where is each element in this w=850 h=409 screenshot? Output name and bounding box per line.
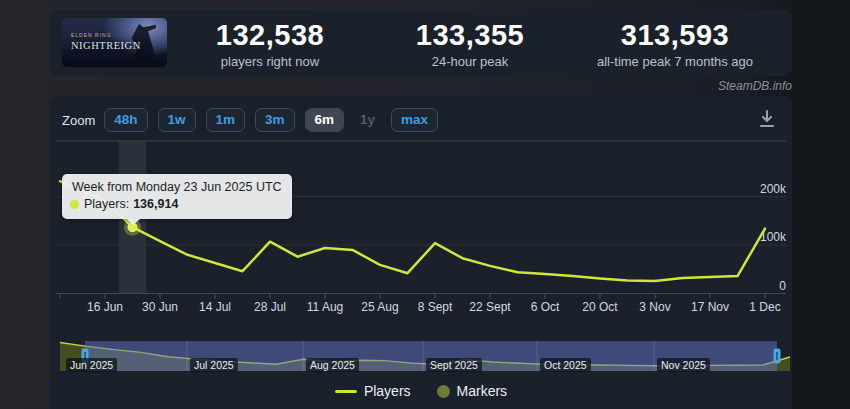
game-title-nightreign: NIGHTREIGN bbox=[71, 41, 141, 52]
x-axis-label: 20 Oct bbox=[582, 300, 618, 314]
legend-label: Markers bbox=[457, 383, 508, 399]
stats-panel: ELDEN RING NIGHTREIGN 132,538 players ri… bbox=[50, 10, 792, 76]
x-axis-label: 6 Oct bbox=[531, 300, 560, 314]
players-line-swatch-icon bbox=[335, 390, 357, 393]
navigator-month-label: Aug 2025 bbox=[306, 358, 359, 372]
tooltip-series-label: Players: bbox=[84, 196, 129, 213]
series-dot-icon bbox=[70, 200, 79, 209]
x-axis-label: 22 Sept bbox=[469, 300, 511, 314]
x-axis-label: 1 Dec bbox=[749, 300, 780, 314]
game-capsule-image[interactable]: ELDEN RING NIGHTREIGN bbox=[62, 18, 167, 67]
stat-label: players right now bbox=[160, 54, 380, 69]
markers-circle-swatch-icon bbox=[437, 385, 450, 398]
legend-label: Players bbox=[364, 383, 411, 399]
stat-24h-peak: 133,355 24-hour peak bbox=[360, 19, 580, 69]
stat-value: 313,593 bbox=[565, 19, 785, 52]
navigator-month-label: Oct 2025 bbox=[540, 358, 591, 372]
stat-current-players: 132,538 players right now bbox=[160, 19, 380, 69]
stat-label: 24-hour peak bbox=[360, 54, 580, 69]
x-axis-label: 25 Aug bbox=[361, 300, 398, 314]
navigator-month-label: Sept 2025 bbox=[426, 358, 482, 372]
chart-legend: PlayersMarkers bbox=[50, 383, 792, 399]
x-axis-label: 28 Jul bbox=[254, 300, 286, 314]
stat-value: 133,355 bbox=[360, 19, 580, 52]
stat-label: all-time peak 7 months ago bbox=[565, 54, 785, 69]
x-axis-label: 11 Aug bbox=[307, 300, 343, 314]
stat-alltime-peak: 313,593 all-time peak 7 months ago bbox=[565, 19, 785, 69]
tooltip-title: Week from Monday 23 Jun 2025 UTC bbox=[72, 179, 282, 196]
game-title-eldenring: ELDEN RING bbox=[71, 33, 141, 38]
chart-panel: Zoom 48h1w1m3m6m1ymax 200k100k016 Jun30 … bbox=[50, 96, 792, 409]
x-axis-label: 30 Jun bbox=[142, 300, 178, 314]
x-axis-label: 16 Jun bbox=[87, 300, 123, 314]
x-axis-label: 8 Sept bbox=[418, 300, 453, 314]
navigator-month-label: Nov 2025 bbox=[657, 358, 710, 372]
page: ELDEN RING NIGHTREIGN 132,538 players ri… bbox=[0, 0, 850, 409]
legend-item-players[interactable]: Players bbox=[335, 383, 411, 399]
navigator-month-label: Jun 2025 bbox=[66, 358, 117, 372]
x-axis-label: 17 Nov bbox=[691, 300, 729, 314]
navigator-month-label: Jul 2025 bbox=[190, 358, 238, 372]
stat-value: 132,538 bbox=[160, 19, 380, 52]
y-axis-label: 200k bbox=[760, 182, 787, 196]
legend-item-markers[interactable]: Markers bbox=[437, 383, 508, 399]
steamdb-watermark: SteamDB.info bbox=[718, 79, 792, 93]
chart-tooltip: Week from Monday 23 Jun 2025 UTC Players… bbox=[62, 174, 292, 219]
y-axis-label: 0 bbox=[779, 279, 786, 293]
x-axis-label: 14 Jul bbox=[199, 300, 231, 314]
tooltip-value: 136,914 bbox=[133, 196, 178, 213]
x-axis-label: 3 Nov bbox=[639, 300, 670, 314]
